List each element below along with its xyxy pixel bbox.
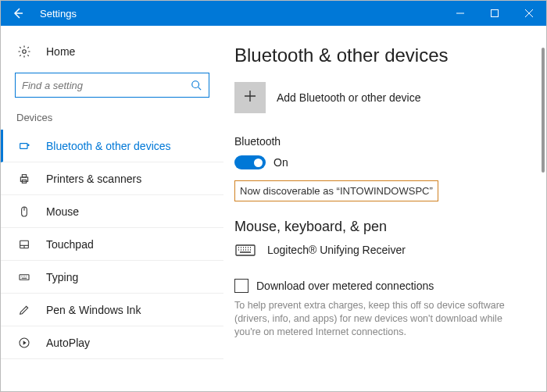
main-content: Bluetooth & other devices Add Bluetooth …: [223, 26, 546, 391]
svg-point-2: [192, 81, 199, 88]
sidebar-item-pen[interactable]: Pen & Windows Ink: [1, 294, 223, 326]
nav-label: Printers & scanners: [46, 173, 141, 185]
nav-label: Touchpad: [46, 238, 94, 251]
search-input[interactable]: [22, 80, 190, 91]
svg-rect-3: [20, 143, 27, 148]
pen-icon: [16, 304, 32, 316]
sidebar-item-typing[interactable]: Typing: [1, 261, 223, 294]
back-button[interactable]: [1, 1, 35, 26]
nav-label: Mouse: [46, 205, 79, 218]
sidebar-item-autoplay[interactable]: AutoPlay: [1, 326, 223, 359]
arrow-left-icon: [12, 7, 24, 20]
toggle-knob: [254, 159, 263, 167]
sidebar-home[interactable]: Home: [1, 40, 223, 63]
minimize-button[interactable]: [443, 1, 477, 26]
sidebar: Home Devices Bluetooth & other devices P…: [1, 26, 223, 391]
bluetooth-icon: [16, 140, 32, 152]
svg-rect-5: [20, 177, 27, 181]
gear-icon: [16, 45, 32, 59]
search-box[interactable]: [15, 73, 209, 98]
home-label: Home: [46, 45, 75, 58]
window-title: Settings: [35, 8, 443, 20]
metered-checkbox-label: Download over metered connections: [256, 280, 434, 292]
settings-window: Settings Home Devices: [0, 0, 547, 392]
bluetooth-heading: Bluetooth: [234, 135, 531, 148]
svg-rect-0: [492, 10, 499, 17]
close-icon: [525, 9, 533, 17]
nav-label: Typing: [46, 271, 78, 283]
sidebar-item-bluetooth[interactable]: Bluetooth & other devices: [1, 130, 223, 162]
nav-list: Bluetooth & other devices Printers & sca…: [1, 130, 223, 359]
toggle-state-label: On: [274, 156, 288, 169]
maximize-button[interactable]: [477, 1, 512, 26]
autoplay-icon: [16, 337, 32, 349]
metered-checkbox-row[interactable]: Download over metered connections: [234, 279, 531, 293]
nav-label: Bluetooth & other devices: [46, 140, 171, 152]
add-device-button[interactable]: Add Bluetooth or other device: [234, 82, 531, 113]
keyboard-icon: [16, 271, 32, 283]
add-device-label: Add Bluetooth or other device: [277, 91, 420, 104]
plus-icon: [243, 89, 257, 106]
keyboard-device-icon: [234, 243, 256, 257]
close-button[interactable]: [512, 1, 546, 26]
touchpad-icon: [16, 238, 32, 251]
printer-icon: [16, 173, 32, 185]
metered-help-text: To help prevent extra charges, keep this…: [234, 299, 508, 339]
page-title: Bluetooth & other devices: [234, 45, 531, 66]
bluetooth-toggle-row: On: [234, 155, 531, 169]
add-device-icon-box: [234, 82, 266, 113]
titlebar: Settings: [1, 1, 546, 26]
nav-label: AutoPlay: [46, 337, 90, 349]
svg-point-4: [28, 144, 29, 145]
minimize-icon: [456, 9, 464, 17]
sidebar-section-label: Devices: [1, 112, 223, 130]
window-body: Home Devices Bluetooth & other devices P…: [1, 26, 546, 391]
sidebar-item-printers[interactable]: Printers & scanners: [1, 162, 223, 195]
svg-rect-6: [22, 174, 26, 176]
discoverable-status: Now discoverable as “INTOWINDOWSPC”: [234, 180, 438, 201]
section-mouse-keyboard-pen: Mouse, keyboard, & pen: [234, 219, 531, 235]
search-icon: [190, 80, 202, 91]
device-row-receiver[interactable]: Logitech® Unifying Receiver: [234, 243, 531, 257]
bluetooth-toggle[interactable]: [234, 155, 266, 169]
nav-label: Pen & Windows Ink: [46, 304, 141, 316]
scrollbar-thumb[interactable]: [542, 48, 545, 173]
maximize-icon: [491, 9, 499, 17]
svg-rect-13: [20, 274, 29, 280]
sidebar-item-mouse[interactable]: Mouse: [1, 195, 223, 228]
sidebar-item-touchpad[interactable]: Touchpad: [1, 228, 223, 261]
device-label: Logitech® Unifying Receiver: [267, 244, 406, 256]
checkbox-unchecked[interactable]: [234, 279, 248, 293]
svg-point-1: [23, 50, 27, 54]
mouse-icon: [16, 205, 32, 218]
